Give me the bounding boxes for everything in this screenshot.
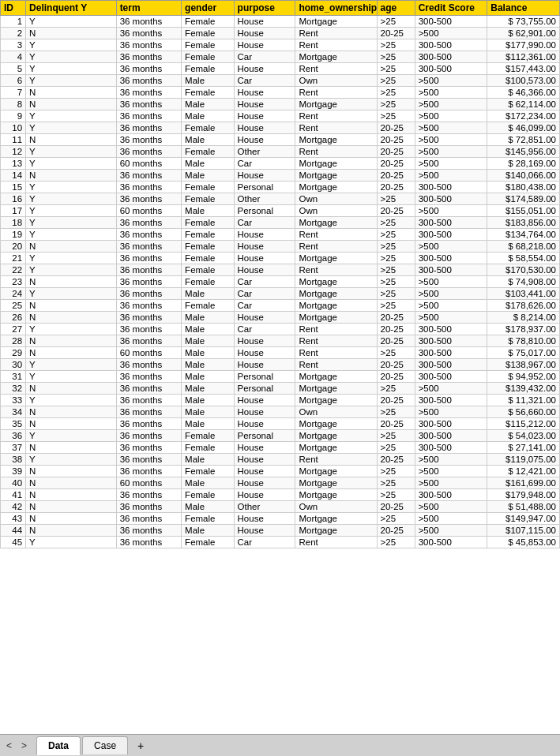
table-row[interactable]: 4Y36 monthsFemaleCarMortgage>25300-500$1… — [1, 51, 560, 63]
table-row[interactable]: 10Y36 monthsFemaleHouseRent20-25>500$ 46… — [1, 122, 560, 134]
header-purpose[interactable]: purpose — [234, 1, 295, 16]
table-row[interactable]: 35N36 monthsMaleHouseMortgage20-25300-50… — [1, 418, 560, 430]
table-cell: Male — [182, 454, 234, 466]
table-cell: 36 months — [116, 217, 181, 229]
table-row[interactable]: 32N36 monthsMalePersonalMortgage>25>500$… — [1, 383, 560, 395]
table-row[interactable]: 44N36 monthsMaleHouseMortgage20-25>500$1… — [1, 525, 560, 537]
header-delinquent[interactable]: Delinquent Y — [26, 1, 117, 16]
table-cell: Y — [26, 324, 117, 335]
table-row[interactable]: 40N60 monthsMaleHouseMortgage>25>500$161… — [1, 477, 560, 489]
table-row[interactable]: 2N36 monthsFemaleHouseRent20-25>500$ 62,… — [1, 28, 560, 39]
table-cell: Male — [182, 347, 234, 359]
table-cell: $103,441.00 — [487, 288, 560, 300]
table-cell: >500 — [415, 28, 487, 39]
table-cell: 20-25 — [377, 501, 415, 513]
tab-data[interactable]: Data — [36, 736, 81, 755]
table-row[interactable]: 33Y36 monthsMaleHouseMortgage20-25300-50… — [1, 395, 560, 406]
table-row[interactable]: 26N36 monthsMaleHouseMortgage20-25>500$ … — [1, 312, 560, 324]
table-cell: Male — [182, 99, 234, 110]
table-cell: >25 — [377, 217, 415, 229]
table-cell: 20-25 — [377, 312, 415, 324]
table-cell: N — [26, 513, 117, 525]
table-row[interactable]: 43N36 monthsFemaleHouseMortgage>25>500$1… — [1, 513, 560, 525]
table-cell: 36 months — [116, 513, 181, 525]
table-row[interactable]: 18Y36 monthsFemaleCarMortgage>25300-500$… — [1, 217, 560, 229]
table-row[interactable]: 21Y36 monthsFemaleHouseMortgage>25300-50… — [1, 253, 560, 264]
table-cell: $ 78,810.00 — [487, 335, 560, 347]
table-row[interactable]: 22Y36 monthsFemaleHouseRent>25300-500$17… — [1, 264, 560, 276]
table-row[interactable]: 23N36 monthsFemaleCarMortgage>25>500$ 74… — [1, 276, 560, 288]
table-cell: $183,856.00 — [487, 217, 560, 229]
table-cell: $157,443.00 — [487, 63, 560, 75]
header-age[interactable]: age — [377, 1, 415, 16]
table-row[interactable]: 12Y36 monthsFemaleOtherRent20-25>500$145… — [1, 146, 560, 158]
table-cell: Mortgage — [295, 312, 377, 324]
table-cell: House — [234, 489, 295, 501]
table-cell: 36 months — [116, 134, 181, 146]
table-row[interactable]: 17Y60 monthsMalePersonalOwn20-25>500$155… — [1, 205, 560, 217]
header-gender[interactable]: gender — [182, 1, 234, 16]
table-row[interactable]: 19Y36 monthsFemaleHouseRent>25300-500$13… — [1, 229, 560, 241]
table-cell: >25 — [377, 537, 415, 548]
table-row[interactable]: 30Y36 monthsMaleHouseRent20-25300-500$13… — [1, 359, 560, 371]
table-row[interactable]: 24Y36 monthsMaleCarMortgage>25>500$103,4… — [1, 288, 560, 300]
table-cell: $ 28,169.00 — [487, 158, 560, 170]
table-row[interactable]: 6Y36 monthsMaleCarOwn>25>500$100,573.00 — [1, 75, 560, 87]
table-cell: Mortgage — [295, 182, 377, 193]
table-row[interactable]: 41N36 monthsFemaleHouseMortgage>25300-50… — [1, 489, 560, 501]
header-id[interactable]: ID — [1, 1, 26, 16]
table-cell: Personal — [234, 383, 295, 395]
table-row[interactable]: 20N36 monthsFemaleHouseRent>25>500$ 68,2… — [1, 241, 560, 253]
table-row[interactable]: 34N36 monthsMaleHouseOwn>25>500$ 56,660.… — [1, 406, 560, 418]
table-row[interactable]: 11N36 monthsMaleHouseMortgage20-25>500$ … — [1, 134, 560, 146]
table-wrapper[interactable]: ID Delinquent Y term gender purpose home… — [0, 0, 560, 734]
table-cell: 23 — [1, 276, 26, 288]
nav-prev-button[interactable]: < — [3, 739, 15, 753]
table-cell: Male — [182, 406, 234, 418]
tab-case[interactable]: Case — [82, 736, 128, 754]
table-cell: >25 — [377, 193, 415, 205]
table-row[interactable]: 16Y36 monthsFemaleOtherOwn>25300-500$174… — [1, 193, 560, 205]
table-row[interactable]: 36Y36 monthsFemalePersonalMortgage>25300… — [1, 430, 560, 442]
table-cell: 300-500 — [415, 430, 487, 442]
table-row[interactable]: 28N36 monthsMaleHouseRent20-25300-500$ 7… — [1, 335, 560, 347]
header-term[interactable]: term — [116, 1, 181, 16]
table-cell: N — [26, 525, 117, 537]
table-cell: Y — [26, 264, 117, 276]
table-cell: Mortgage — [295, 466, 377, 477]
table-row[interactable]: 38Y36 monthsMaleHouseRent20-25>500$119,0… — [1, 454, 560, 466]
table-row[interactable]: 14N36 monthsMaleHouseMortgage20-25>500$1… — [1, 170, 560, 182]
table-row[interactable]: 42N36 monthsMaleOtherOwn20-25>500$ 51,48… — [1, 501, 560, 513]
table-cell: N — [26, 501, 117, 513]
header-credit-score[interactable]: Credit Score — [415, 1, 487, 16]
header-home-ownership[interactable]: home_ownership — [295, 1, 377, 16]
table-row[interactable]: 27Y36 monthsMaleCarRent20-25300-500$178,… — [1, 324, 560, 335]
table-row[interactable]: 25N36 monthsFemaleCarMortgage>25>500$178… — [1, 300, 560, 312]
table-row[interactable]: 5Y36 monthsFemaleHouseRent>25300-500$157… — [1, 63, 560, 75]
table-row[interactable]: 29N60 monthsMaleHouseRent>25300-500$ 75,… — [1, 347, 560, 359]
table-cell: 16 — [1, 193, 26, 205]
table-row[interactable]: 31Y36 monthsMalePersonalMortgage20-25300… — [1, 371, 560, 383]
table-cell: N — [26, 489, 117, 501]
table-row[interactable]: 8N36 monthsMaleHouseMortgage>25>500$ 62,… — [1, 99, 560, 110]
table-row[interactable]: 9Y36 monthsMaleHouseRent>25>500$172,234.… — [1, 110, 560, 122]
table-cell: Personal — [234, 205, 295, 217]
header-balance[interactable]: Balance — [487, 1, 560, 16]
table-cell: $ 12,421.00 — [487, 466, 560, 477]
nav-next-button[interactable]: > — [18, 739, 30, 753]
table-row[interactable]: 45Y36 monthsFemaleCarRent>25300-500$ 45,… — [1, 537, 560, 548]
table-row[interactable]: 39N36 monthsFemaleHouseMortgage>25>500$ … — [1, 466, 560, 477]
table-row[interactable]: 3Y36 monthsFemaleHouseRent>25300-500$177… — [1, 39, 560, 51]
table-cell: 20-25 — [377, 324, 415, 335]
tab-add-button[interactable]: + — [130, 736, 152, 755]
table-row[interactable]: 37N36 monthsFemaleHouseMortgage>25300-50… — [1, 442, 560, 454]
table-row[interactable]: 1Y36 monthsFemaleHouseMortgage>25300-500… — [1, 16, 560, 28]
table-cell: $ 8,214.00 — [487, 312, 560, 324]
table-cell: Mortgage — [295, 170, 377, 182]
table-row[interactable]: 7N36 monthsFemaleHouseRent>25>500$ 46,36… — [1, 87, 560, 99]
table-cell: Y — [26, 454, 117, 466]
table-cell: >500 — [415, 75, 487, 87]
table-cell: $ 27,141.00 — [487, 442, 560, 454]
table-row[interactable]: 13Y60 monthsMaleCarMortgage20-25>500$ 28… — [1, 158, 560, 170]
table-row[interactable]: 15Y36 monthsFemalePersonalMortgage20-253… — [1, 182, 560, 193]
